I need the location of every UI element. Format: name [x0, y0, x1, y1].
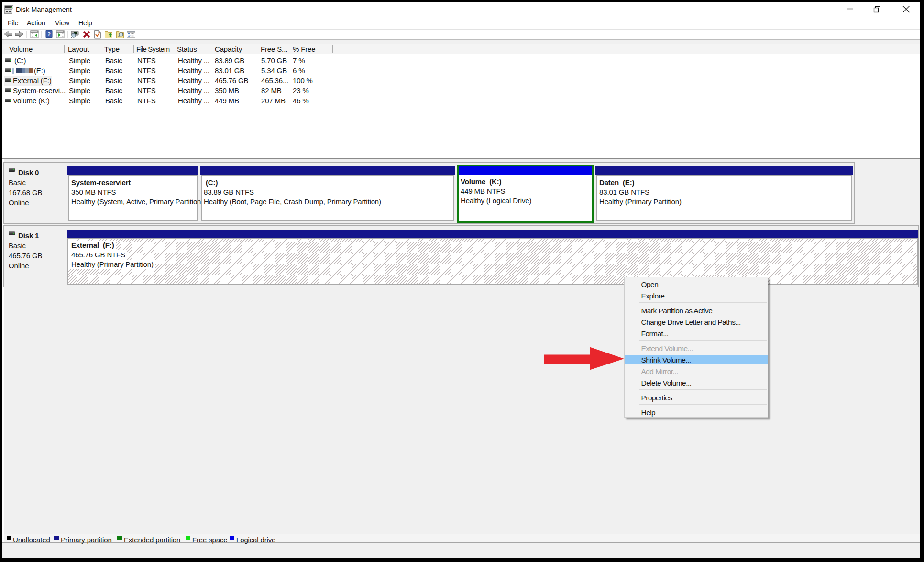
svg-text:?: ? — [47, 31, 51, 38]
